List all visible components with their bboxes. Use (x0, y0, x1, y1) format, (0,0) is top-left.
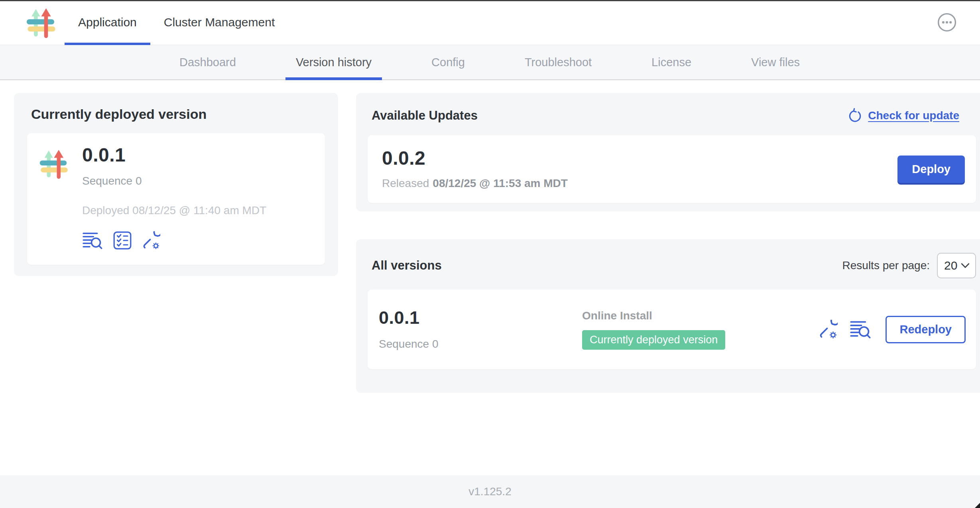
tab-troubleshoot-label: Troubleshoot (525, 56, 592, 69)
tab-cluster-management-label: Cluster Management (164, 16, 275, 29)
version-row: 0.0.1 Sequence 0 Online Install Currentl… (368, 289, 976, 369)
tab-version-history-label: Version history (296, 56, 372, 69)
row-sequence-label: Sequence 0 (379, 338, 582, 350)
edit-config-icon[interactable] (819, 320, 838, 339)
results-per-page-select[interactable]: 20 (937, 253, 976, 278)
update-released-line: Released08/12/25 @ 11:53 am MDT (382, 177, 568, 190)
deployed-sequence-label: Sequence 0 (82, 175, 266, 187)
app-logo-icon (25, 6, 58, 39)
tab-troubleshoot[interactable]: Troubleshoot (514, 45, 602, 79)
install-type-label: Online Install (582, 309, 819, 322)
row-status-info: Online Install Currently deployed versio… (582, 309, 819, 350)
deployed-timestamp: Deployed 08/12/25 @ 11:40 am MDT (82, 204, 266, 217)
check-for-update-link[interactable]: Check for update (847, 108, 959, 123)
console-version-label: v1.125.2 (468, 485, 511, 498)
row-version-number: 0.0.1 (379, 308, 582, 327)
tab-dashboard-label: Dashboard (179, 56, 236, 69)
screen-corner-artifact (975, 503, 980, 508)
ellipsis-menu-icon (937, 12, 957, 33)
section-nav: Dashboard Version history Config Trouble… (0, 45, 980, 80)
tab-dashboard[interactable]: Dashboard (169, 45, 246, 79)
update-version-number: 0.0.2 (382, 148, 568, 168)
row-actions: Redeploy (819, 316, 966, 343)
top-nav: Application Cluster Management (0, 0, 980, 45)
right-column: Available Updates Check for update 0.0.2… (356, 93, 980, 393)
chevron-down-icon (961, 263, 970, 268)
results-per-page-value: 20 (944, 259, 957, 272)
redeploy-button[interactable]: Redeploy (886, 316, 966, 343)
window-top-edge (0, 0, 980, 1)
released-timestamp: 08/12/25 @ 11:53 am MDT (433, 177, 568, 189)
deployed-version-detail: 0.0.1 Sequence 0 Deployed 08/12/25 @ 11:… (27, 133, 325, 265)
available-updates-card: Available Updates Check for update 0.0.2… (356, 93, 980, 211)
results-per-page: Results per page: 20 (842, 253, 976, 278)
released-prefix: Released (382, 177, 429, 189)
update-info: 0.0.2 Released08/12/25 @ 11:53 am MDT (382, 148, 568, 190)
results-per-page-label: Results per page: (842, 259, 930, 272)
available-updates-title: Available Updates (372, 108, 478, 123)
all-versions-title: All versions (372, 258, 442, 273)
tab-view-files-label: View files (751, 56, 800, 69)
tab-application[interactable]: Application (65, 0, 150, 45)
available-updates-header: Available Updates Check for update (368, 106, 976, 123)
all-versions-card: All versions Results per page: 20 0.0.1 … (356, 239, 980, 393)
tab-cluster-management[interactable]: Cluster Management (150, 0, 288, 45)
tab-version-history[interactable]: Version history (285, 45, 382, 79)
deployed-version-number: 0.0.1 (82, 145, 266, 165)
release-notes-icon[interactable] (82, 231, 103, 250)
tab-application-label: Application (78, 16, 137, 29)
edit-config-icon[interactable] (142, 231, 160, 250)
overflow-menu-button[interactable] (936, 12, 958, 33)
refresh-icon (847, 108, 862, 123)
available-update-row: 0.0.2 Released08/12/25 @ 11:53 am MDT De… (368, 135, 976, 203)
tab-config-label: Config (431, 56, 465, 69)
row-version-info: 0.0.1 Sequence 0 (379, 308, 582, 350)
app-logo-icon (38, 148, 70, 179)
tab-license[interactable]: License (641, 45, 702, 79)
currently-deployed-card: Currently deployed version 0.0.1 Sequenc… (14, 93, 338, 276)
release-notes-icon[interactable] (850, 320, 872, 339)
main-content: Currently deployed version 0.0.1 Sequenc… (0, 80, 980, 393)
deploy-button[interactable]: Deploy (897, 156, 965, 183)
check-for-update-label: Check for update (868, 109, 959, 122)
deployed-version-info: 0.0.1 Sequence 0 Deployed 08/12/25 @ 11:… (82, 145, 266, 250)
app-logo-icon (25, 0, 58, 45)
tab-license-label: License (651, 56, 691, 69)
currently-deployed-title: Currently deployed version (31, 106, 325, 122)
currently-deployed-badge: Currently deployed version (582, 330, 725, 350)
app-level-tabs: Application Cluster Management (65, 0, 288, 45)
tab-config[interactable]: Config (421, 45, 475, 79)
footer: v1.125.2 (0, 475, 980, 508)
all-versions-header: All versions Results per page: 20 (368, 253, 976, 278)
tab-view-files[interactable]: View files (741, 45, 810, 79)
deployed-action-icons (82, 231, 266, 250)
preflight-checks-icon[interactable] (113, 231, 132, 250)
